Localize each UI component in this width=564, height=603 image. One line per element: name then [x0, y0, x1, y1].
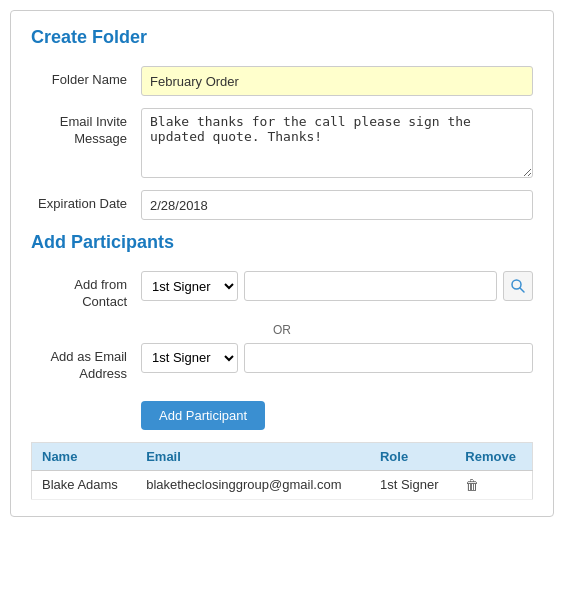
or-divider: OR: [31, 323, 533, 337]
add-as-email-row: 1st Signer 2nd Signer 3rd Signer CC: [141, 343, 533, 373]
col-remove: Remove: [455, 442, 532, 470]
add-as-email-group: Add as Email Address 1st Signer 2nd Sign…: [31, 343, 533, 383]
or-label: OR: [273, 323, 291, 337]
cell-email: blaketheclosinggroup@gmail.com: [136, 470, 370, 499]
cell-name: Blake Adams: [32, 470, 137, 499]
participants-table-body: Blake Adams blaketheclosinggroup@gmail.c…: [32, 470, 533, 499]
email-invite-label: Email Invite Message: [31, 108, 141, 148]
email-address-input[interactable]: [244, 343, 533, 373]
add-from-contact-row: 1st Signer 2nd Signer 3rd Signer CC: [141, 271, 533, 301]
expiration-date-label: Expiration Date: [31, 190, 141, 213]
add-from-contact-signer-select[interactable]: 1st Signer 2nd Signer 3rd Signer CC: [141, 271, 238, 301]
participants-table: Name Email Role Remove Blake Adams blake…: [31, 442, 533, 500]
create-folder-title: Create Folder: [31, 27, 533, 52]
folder-name-label: Folder Name: [31, 66, 141, 89]
participants-table-header: Name Email Role Remove: [32, 442, 533, 470]
add-participant-btn-wrapper: Add Participant: [31, 395, 533, 442]
add-as-email-signer-select[interactable]: 1st Signer 2nd Signer 3rd Signer CC: [141, 343, 238, 373]
add-from-contact-group: Add from Contact 1st Signer 2nd Signer 3…: [31, 271, 533, 311]
add-participant-button[interactable]: Add Participant: [141, 401, 265, 430]
folder-name-input[interactable]: [141, 66, 533, 96]
col-name: Name: [32, 442, 137, 470]
cell-remove: 🗑: [455, 470, 532, 499]
email-invite-group: Email Invite Message Blake thanks for th…: [31, 108, 533, 178]
remove-participant-button[interactable]: 🗑: [465, 477, 479, 493]
email-invite-textarea[interactable]: Blake thanks for the call please sign th…: [141, 108, 533, 178]
create-folder-panel: Create Folder Folder Name Email Invite M…: [10, 10, 554, 517]
add-participants-section: Add Participants Add from Contact 1st Si…: [31, 232, 533, 500]
col-role: Role: [370, 442, 455, 470]
search-icon: [510, 278, 526, 294]
add-from-contact-label: Add from Contact: [31, 271, 141, 311]
table-row: Blake Adams blaketheclosinggroup@gmail.c…: [32, 470, 533, 499]
folder-name-group: Folder Name: [31, 66, 533, 96]
expiration-date-group: Expiration Date: [31, 190, 533, 220]
svg-line-1: [520, 288, 524, 292]
col-email: Email: [136, 442, 370, 470]
add-as-email-label: Add as Email Address: [31, 343, 141, 383]
add-participants-title: Add Participants: [31, 232, 533, 257]
cell-role: 1st Signer: [370, 470, 455, 499]
expiration-date-input[interactable]: [141, 190, 533, 220]
contact-search-input[interactable]: [244, 271, 497, 301]
contact-search-button[interactable]: [503, 271, 533, 301]
